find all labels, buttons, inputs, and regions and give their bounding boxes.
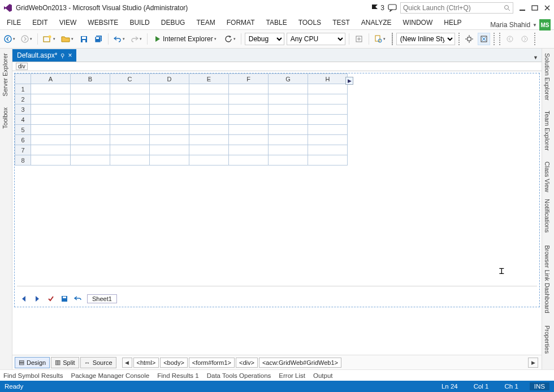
cell[interactable] xyxy=(150,94,189,104)
cell[interactable] xyxy=(269,125,308,135)
cell[interactable] xyxy=(71,84,110,94)
target-rule-button[interactable] xyxy=(463,33,475,45)
breadcrumb-div[interactable]: <div> xyxy=(236,358,258,368)
row-header[interactable]: 2 xyxy=(15,94,31,104)
solution-platform-combo[interactable]: Any CPU xyxy=(287,33,345,45)
cell[interactable] xyxy=(308,115,348,125)
col-header[interactable]: G xyxy=(269,74,308,84)
cell[interactable] xyxy=(110,125,150,135)
cell[interactable] xyxy=(229,145,269,155)
menu-team[interactable]: TEAM xyxy=(191,16,220,29)
cell[interactable] xyxy=(150,115,189,125)
maximize-button[interactable] xyxy=(531,5,538,11)
cell[interactable] xyxy=(71,115,110,125)
source-view-button[interactable]: ↔Source xyxy=(80,357,116,368)
cell[interactable] xyxy=(31,104,71,115)
cell[interactable] xyxy=(189,145,229,155)
cell[interactable] xyxy=(150,155,189,165)
status-insert[interactable]: INS xyxy=(530,382,549,390)
menu-edit[interactable]: EDIT xyxy=(27,16,53,29)
minimize-button[interactable] xyxy=(519,5,526,11)
col-header[interactable]: A xyxy=(31,74,71,84)
solution-explorer-tab[interactable]: Solution Explorer xyxy=(542,51,552,103)
menu-test[interactable]: TEST xyxy=(327,16,356,29)
smart-tag-button[interactable]: ▶ xyxy=(345,77,353,85)
cell[interactable] xyxy=(31,155,71,165)
feedback-icon[interactable] xyxy=(388,4,397,12)
cell[interactable] xyxy=(308,135,348,145)
cell[interactable] xyxy=(110,115,150,125)
search-input[interactable] xyxy=(403,4,504,12)
menu-view[interactable]: VIEW xyxy=(54,16,83,29)
cell[interactable] xyxy=(189,135,229,145)
split-view-button[interactable]: ▥Split xyxy=(51,357,79,368)
panel-find-symbol[interactable]: Find Symbol Results xyxy=(3,372,63,379)
cell[interactable] xyxy=(189,104,229,115)
quick-launch-search[interactable] xyxy=(400,2,513,14)
prev-page-button[interactable] xyxy=(19,294,28,303)
step-forward-button[interactable] xyxy=(518,33,531,45)
select-all-corner[interactable] xyxy=(15,74,31,84)
menu-table[interactable]: TABLE xyxy=(261,16,293,29)
save-grid-button[interactable] xyxy=(60,294,69,303)
breadcrumb-next[interactable]: ▶ xyxy=(528,358,538,368)
save-button[interactable] xyxy=(77,33,90,45)
cell[interactable] xyxy=(31,135,71,145)
nav-back-button[interactable]: ▾ xyxy=(2,33,17,45)
submit-button[interactable] xyxy=(46,294,55,303)
menu-format[interactable]: FORMAT xyxy=(221,16,261,29)
cell[interactable] xyxy=(269,115,308,125)
row-header[interactable]: 5 xyxy=(15,125,31,135)
cell[interactable] xyxy=(229,155,269,165)
step-back-button[interactable] xyxy=(504,33,516,45)
cell[interactable] xyxy=(229,135,269,145)
col-header[interactable]: F xyxy=(229,74,269,84)
cell[interactable] xyxy=(189,94,229,104)
row-header[interactable]: 6 xyxy=(15,135,31,145)
undo-grid-button[interactable] xyxy=(73,294,83,303)
doc-tab-default-aspx[interactable]: Default.aspx* ⚲ × xyxy=(12,49,76,62)
cell[interactable] xyxy=(308,94,348,104)
menu-window[interactable]: WINDOW xyxy=(397,16,439,29)
cell[interactable] xyxy=(189,84,229,94)
row-header[interactable]: 4 xyxy=(15,115,31,125)
col-header[interactable]: B xyxy=(71,74,110,84)
undo-button[interactable]: ▾ xyxy=(112,33,127,45)
cell[interactable] xyxy=(150,104,189,115)
cell[interactable] xyxy=(110,135,150,145)
breadcrumb-html[interactable]: <html> xyxy=(133,358,159,368)
notification-indicator[interactable]: 3 xyxy=(371,4,384,12)
cell[interactable] xyxy=(229,104,269,115)
cell[interactable] xyxy=(31,125,71,135)
cell[interactable] xyxy=(229,125,269,135)
cell[interactable] xyxy=(71,145,110,155)
menu-file[interactable]: FILE xyxy=(1,16,27,29)
current-tag[interactable]: div xyxy=(16,63,28,70)
gridweb-control[interactable]: A B C D E F G H 1 2 3 4 5 xyxy=(14,73,540,307)
cell[interactable] xyxy=(308,145,348,155)
col-header[interactable]: H xyxy=(308,74,348,84)
cell[interactable] xyxy=(308,84,348,94)
panel-error-list[interactable]: Error List xyxy=(279,372,305,379)
panel-pkg-console[interactable]: Package Manager Console xyxy=(71,372,149,379)
pin-icon[interactable]: ⚲ xyxy=(60,53,64,59)
breadcrumb-gridweb[interactable]: <acw:GridWeb#GridWeb1> xyxy=(259,358,341,368)
cell[interactable] xyxy=(31,115,71,125)
find-in-files-button[interactable]: ▾ xyxy=(373,33,387,45)
cell[interactable] xyxy=(150,145,189,155)
nav-forward-button[interactable]: ▾ xyxy=(19,33,34,45)
menu-website[interactable]: WEBSITE xyxy=(82,16,124,29)
show-overlay-button[interactable] xyxy=(478,33,490,45)
breadcrumb-prev[interactable]: ◀ xyxy=(122,358,132,368)
cell[interactable] xyxy=(31,94,71,104)
row-header[interactable]: 3 xyxy=(15,104,31,115)
design-canvas[interactable]: A B C D E F G H 1 2 3 4 5 xyxy=(12,71,542,355)
cell[interactable] xyxy=(71,94,110,104)
col-header[interactable]: D xyxy=(150,74,189,84)
spreadsheet-grid[interactable]: A B C D E F G H 1 2 3 4 5 xyxy=(15,73,348,165)
open-file-button[interactable]: ▾ xyxy=(59,33,75,45)
new-item-button[interactable] xyxy=(353,33,365,45)
cell[interactable] xyxy=(229,94,269,104)
cell[interactable] xyxy=(110,84,150,94)
menu-build[interactable]: BUILD xyxy=(124,16,155,29)
